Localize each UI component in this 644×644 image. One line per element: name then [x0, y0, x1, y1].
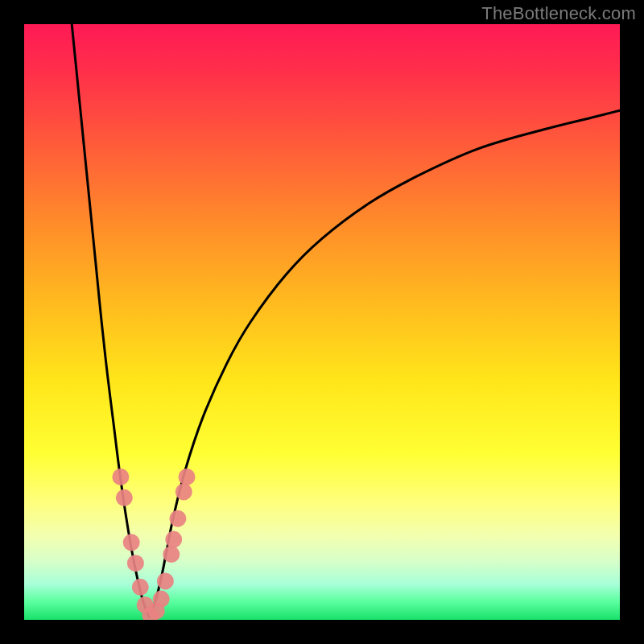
data-dot	[127, 555, 144, 572]
data-dot	[179, 469, 196, 485]
data-dot	[132, 579, 149, 596]
data-dot	[116, 489, 133, 506]
plot-area	[24, 24, 620, 620]
data-dot	[163, 546, 180, 563]
chart-frame: TheBottleneck.com	[0, 0, 644, 644]
data-dot	[157, 572, 174, 589]
curve-right-branch	[149, 110, 620, 617]
data-dot	[153, 591, 170, 608]
data-dot	[165, 531, 182, 548]
data-dot	[175, 483, 192, 500]
curve-svg	[24, 24, 620, 620]
data-dot	[123, 534, 140, 551]
data-dot	[169, 510, 186, 527]
dots-group	[112, 469, 195, 620]
curve-left-branch	[72, 24, 149, 617]
curve-group	[72, 24, 620, 617]
data-dot	[112, 469, 129, 485]
watermark-text: TheBottleneck.com	[481, 3, 636, 24]
